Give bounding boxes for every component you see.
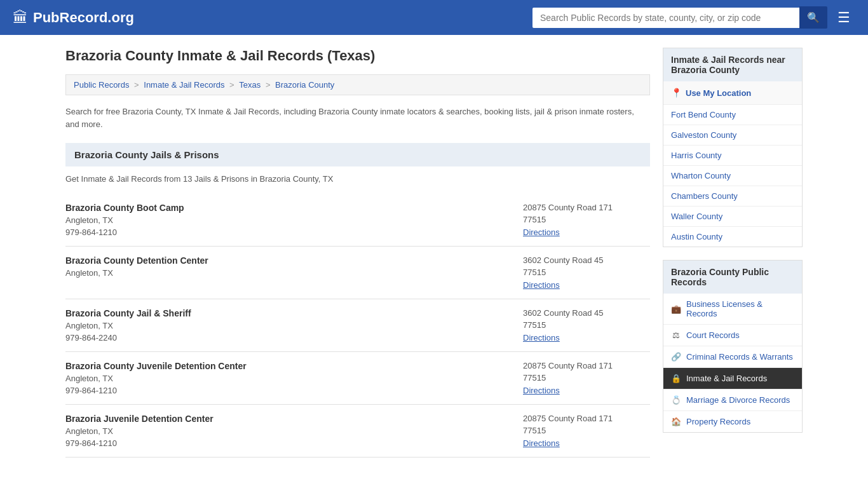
facility-name-3: Brazoria County Jail & Sheriff <box>65 308 191 318</box>
rings-icon: 💍 <box>671 395 681 405</box>
facility-zip-2: 77515 <box>523 268 650 277</box>
facility-zip-5: 77515 <box>523 426 650 435</box>
facility-right-4: 20875 County Road 171 77515 Directions <box>523 361 650 395</box>
lock-icon: 🔒 <box>671 374 681 383</box>
sidebar-public-records: Brazoria County Public Records 💼 Busines… <box>663 260 803 433</box>
pub-rec-property-label: Property Records <box>686 417 750 426</box>
use-location-button[interactable]: 📍 Use My Location <box>663 81 802 105</box>
facility-name-4: Brazoria County Juvenile Detention Cente… <box>65 361 247 371</box>
nearby-chambers[interactable]: Chambers County <box>663 186 802 207</box>
use-location-label: Use My Location <box>686 88 751 98</box>
search-button[interactable]: 🔍 <box>799 6 827 29</box>
breadcrumb-public-records[interactable]: Public Records <box>74 80 129 90</box>
pub-rec-inmate[interactable]: 🔒 Inmate & Jail Records <box>663 368 802 390</box>
pub-rec-business[interactable]: 💼 Business Licenses & Records <box>663 294 802 325</box>
public-records-title: Brazoria County Public Records <box>663 261 802 294</box>
facility-card-1: Brazoria County Boot Camp Angleton, TX 9… <box>65 194 650 247</box>
breadcrumb-inmate-records[interactable]: Inmate & Jail Records <box>144 80 224 90</box>
nearby-title: Inmate & Jail Records near Brazoria Coun… <box>663 48 802 81</box>
facility-card-5: Brazoria Juvenile Detention Center Angle… <box>65 405 650 458</box>
site-header: 🏛 PubRecord.org 🔍 ☰ <box>0 0 868 35</box>
section-description: Get Inmate & Jail Records from 13 Jails … <box>65 174 650 184</box>
facility-card-2: Brazoria County Detention Center Angleto… <box>65 247 650 299</box>
facility-left-4: Brazoria County Juvenile Detention Cente… <box>65 361 247 395</box>
location-pin-icon: 📍 <box>671 88 682 98</box>
logo-area: 🏛 PubRecord.org <box>13 9 134 27</box>
building-icon: 🏛 <box>13 9 28 27</box>
directions-link-2[interactable]: Directions <box>523 280 560 290</box>
facility-name-5: Brazoria Juvenile Detention Center <box>65 414 214 424</box>
facility-address-1: 20875 County Road 171 <box>523 203 650 212</box>
breadcrumb-sep-2: > <box>229 80 236 90</box>
nearby-wharton[interactable]: Wharton County <box>663 166 802 186</box>
pub-rec-criminal-label: Criminal Records & Warrants <box>686 352 793 362</box>
menu-button[interactable]: ☰ <box>832 7 855 29</box>
facility-left-3: Brazoria County Jail & Sheriff Angleton,… <box>65 308 191 342</box>
facility-city-4: Angleton, TX <box>65 374 247 383</box>
pub-rec-marriage-label: Marriage & Divorce Records <box>686 395 790 405</box>
facility-city-1: Angleton, TX <box>65 215 184 225</box>
pub-rec-business-label: Business Licenses & Records <box>686 299 794 318</box>
nearby-galveston[interactable]: Galveston County <box>663 125 802 146</box>
facility-right-2: 3602 County Road 45 77515 Directions <box>523 255 650 290</box>
facility-address-2: 3602 County Road 45 <box>523 255 650 265</box>
facility-card-4: Brazoria County Juvenile Detention Cente… <box>65 352 650 405</box>
facility-left-5: Brazoria Juvenile Detention Center Angle… <box>65 414 214 448</box>
breadcrumb-texas[interactable]: Texas <box>239 80 261 90</box>
facility-zip-1: 77515 <box>523 215 650 224</box>
facility-phone-5: 979-864-1210 <box>65 438 214 448</box>
breadcrumb: Public Records > Inmate & Jail Records >… <box>65 74 650 95</box>
facility-city-2: Angleton, TX <box>65 268 208 278</box>
facility-city-3: Angleton, TX <box>65 321 191 330</box>
nearby-fort-bend[interactable]: Fort Bend County <box>663 105 802 125</box>
directions-link-4[interactable]: Directions <box>523 386 560 395</box>
pub-rec-criminal[interactable]: 🔗 Criminal Records & Warrants <box>663 346 802 368</box>
scales-icon: ⚖ <box>671 330 681 340</box>
facility-name-1: Brazoria County Boot Camp <box>65 203 184 213</box>
nearby-harris[interactable]: Harris County <box>663 146 802 166</box>
facility-left-1: Brazoria County Boot Camp Angleton, TX 9… <box>65 203 184 237</box>
main-container: Brazoria County Inmate & Jail Records (T… <box>53 35 815 470</box>
facility-city-5: Angleton, TX <box>65 426 214 436</box>
pub-rec-marriage[interactable]: 💍 Marriage & Divorce Records <box>663 390 802 411</box>
house-icon: 🏠 <box>671 417 681 426</box>
facility-card-3: Brazoria County Jail & Sheriff Angleton,… <box>65 299 650 352</box>
link-icon: 🔗 <box>671 352 681 362</box>
pub-rec-inmate-label: Inmate & Jail Records <box>686 374 767 383</box>
breadcrumb-sep-1: > <box>134 80 141 90</box>
page-description: Search for free Brazoria County, TX Inma… <box>65 105 650 130</box>
section-header: Brazoria County Jails & Prisons <box>65 143 650 166</box>
briefcase-icon: 💼 <box>671 304 681 314</box>
facility-phone-1: 979-864-1210 <box>65 227 184 237</box>
search-input[interactable] <box>532 8 799 28</box>
logo-text[interactable]: PubRecord.org <box>33 10 134 26</box>
facility-right-3: 3602 County Road 45 77515 Directions <box>523 308 650 342</box>
content-area: Brazoria County Inmate & Jail Records (T… <box>65 48 650 458</box>
facility-address-4: 20875 County Road 171 <box>523 361 650 370</box>
pub-rec-court-label: Court Records <box>686 330 740 340</box>
header-right: 🔍 ☰ <box>532 6 855 29</box>
facilities-list: Brazoria County Boot Camp Angleton, TX 9… <box>65 194 650 458</box>
pub-rec-court[interactable]: ⚖ Court Records <box>663 325 802 346</box>
facility-address-3: 3602 County Road 45 <box>523 308 650 318</box>
page-title: Brazoria County Inmate & Jail Records (T… <box>65 48 650 64</box>
facility-name-2: Brazoria County Detention Center <box>65 255 208 266</box>
sidebar-nearby: Inmate & Jail Records near Brazoria Coun… <box>663 48 803 247</box>
directions-link-3[interactable]: Directions <box>523 333 560 342</box>
facility-phone-3: 979-864-2240 <box>65 333 191 342</box>
directions-link-5[interactable]: Directions <box>523 438 560 448</box>
facility-address-5: 20875 County Road 171 <box>523 414 650 423</box>
nearby-austin[interactable]: Austin County <box>663 227 802 247</box>
pub-rec-property[interactable]: 🏠 Property Records <box>663 411 802 432</box>
directions-link-1[interactable]: Directions <box>523 227 560 237</box>
facility-left-2: Brazoria County Detention Center Angleto… <box>65 255 208 290</box>
nearby-waller[interactable]: Waller County <box>663 207 802 227</box>
facility-zip-4: 77515 <box>523 373 650 383</box>
facility-zip-3: 77515 <box>523 320 650 330</box>
breadcrumb-sep-3: > <box>266 80 273 90</box>
search-bar: 🔍 <box>532 6 827 29</box>
breadcrumb-brazoria[interactable]: Brazoria County <box>275 80 334 90</box>
facility-right-5: 20875 County Road 171 77515 Directions <box>523 414 650 448</box>
facility-right-1: 20875 County Road 171 77515 Directions <box>523 203 650 237</box>
sidebar: Inmate & Jail Records near Brazoria Coun… <box>663 48 803 458</box>
